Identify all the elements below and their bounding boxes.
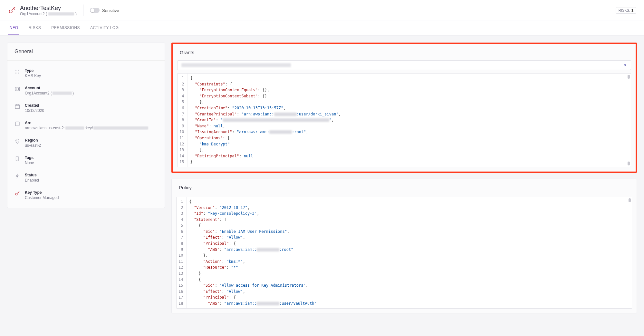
svg-point-10 (15, 193, 17, 195)
page-title: AnotherTestKey (20, 5, 77, 12)
svg-rect-7 (15, 105, 20, 109)
content: General TypeKMS KeyAccountOrg1Account2 (… (0, 35, 644, 321)
info-label: Region (25, 138, 41, 143)
svg-point-6 (16, 89, 17, 90)
risks-badge[interactable]: RISKS: 1 (616, 7, 636, 14)
line-gutter: 123456789101112131415 (178, 74, 187, 167)
svg-point-9 (17, 140, 18, 141)
sensitive-toggle[interactable]: Sensitive (90, 8, 119, 13)
info-row: TypeKMS Key (7, 64, 165, 82)
svg-point-2 (18, 70, 19, 71)
grants-panel: Grants ▼ 123456789101112131415 { "Constr… (171, 43, 637, 173)
account-icon (14, 86, 20, 92)
tab-risks[interactable]: RISKS (28, 21, 42, 35)
keytype-icon (14, 191, 20, 196)
tab-permissions[interactable]: PERMISSIONS (51, 21, 81, 35)
policy-code[interactable]: 123456789101112131415161718 { "Version":… (176, 197, 632, 309)
tab-info[interactable]: INFO (8, 21, 19, 35)
divider (83, 5, 83, 16)
info-row: AccountOrg1Account2 () (7, 82, 165, 99)
info-value: Org1Account2 () (25, 91, 74, 95)
info-value: us-east-2 (25, 143, 41, 148)
info-value: Customer Managed (25, 195, 59, 200)
general-title: General (7, 43, 165, 61)
info-row: Regionus-east-2 (7, 134, 165, 152)
code-lines[interactable]: { "Constraints": { "EncryptionContextEqu… (187, 74, 631, 167)
region-icon (14, 138, 20, 144)
grant-selector[interactable]: ▼ (177, 60, 631, 70)
grants-title: Grants (173, 44, 636, 58)
svg-point-0 (9, 10, 12, 13)
page-header: AnotherTestKey Org1Account2 () Sensitive… (0, 0, 644, 21)
info-value: 10/12/2020 (25, 108, 44, 113)
right-column: Grants ▼ 123456789101112131415 { "Constr… (171, 43, 637, 313)
info-row: Arnarn:aws:kms:us-east-2::key/ (7, 117, 165, 134)
key-icon (8, 6, 17, 15)
general-panel: General TypeKMS KeyAccountOrg1Account2 (… (7, 43, 165, 208)
info-row: TagsNone (7, 152, 165, 169)
info-value: Enabled (25, 178, 39, 183)
info-list: TypeKMS KeyAccountOrg1Account2 ()Created… (7, 61, 165, 208)
svg-point-4 (18, 73, 19, 74)
scrollbar-top-icon[interactable] (629, 198, 631, 202)
info-label: Key Type (25, 190, 59, 195)
info-row: StatusEnabled (7, 169, 165, 186)
policy-title: Policy (172, 179, 637, 193)
info-label: Account (25, 86, 74, 90)
policy-panel: Policy 123456789101112131415161718 { "Ve… (171, 179, 637, 313)
svg-point-1 (15, 70, 16, 71)
chevron-down-icon: ▼ (623, 63, 627, 67)
info-label: Status (25, 173, 39, 177)
svg-point-3 (15, 73, 16, 74)
info-value: KMS Key (25, 74, 41, 78)
info-row: Key TypeCustomer Managed (7, 186, 165, 204)
scrollbar-top-icon[interactable] (628, 75, 630, 79)
tab-activity-log[interactable]: ACTIVITY LOG (90, 21, 119, 35)
svg-rect-5 (15, 87, 20, 91)
breadcrumb: Org1Account2 () (20, 12, 77, 16)
tabs: INFO RISKS PERMISSIONS ACTIVITY LOG (0, 21, 644, 35)
svg-rect-8 (15, 122, 19, 126)
type-icon (14, 69, 20, 74)
info-row: Created10/12/2020 (7, 99, 165, 117)
info-value: None (25, 161, 34, 165)
arn-icon (14, 121, 20, 127)
selector-value-redacted (181, 63, 291, 67)
calendar-icon (14, 104, 20, 109)
line-gutter: 123456789101112131415161718 (177, 197, 187, 308)
info-label: Type (25, 68, 41, 73)
info-label: Created (25, 103, 44, 108)
info-label: Tags (25, 155, 34, 160)
grants-code[interactable]: 123456789101112131415 { "Constraints": {… (177, 73, 631, 167)
tag-icon (14, 156, 20, 162)
info-label: Arn (25, 121, 149, 125)
scrollbar-bottom-icon[interactable] (628, 162, 630, 165)
toggle-switch-icon[interactable] (90, 8, 100, 13)
code-lines[interactable]: { "Version": "2012-10-17", "Id": "key-co… (187, 197, 632, 308)
info-value: arn:aws:kms:us-east-2::key/ (25, 126, 149, 130)
status-icon (14, 173, 20, 179)
